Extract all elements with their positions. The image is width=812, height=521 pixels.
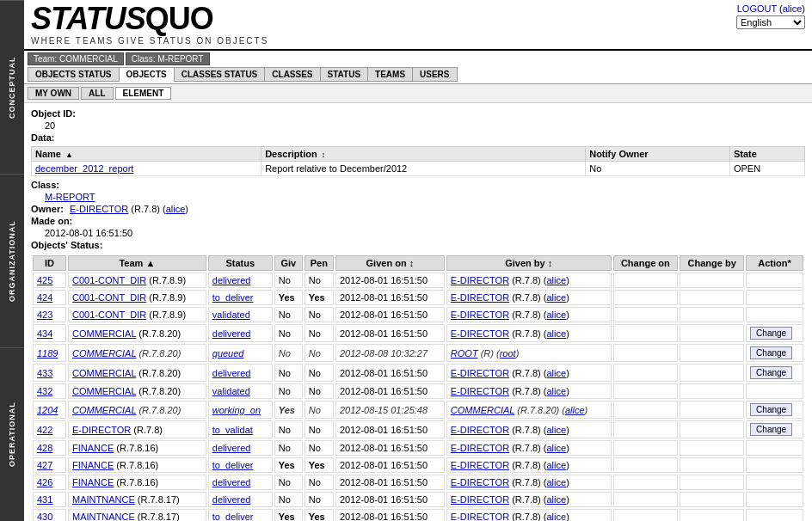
given-by-link[interactable]: E-DIRECTOR [451, 443, 509, 453]
language-selector[interactable]: English [736, 15, 805, 29]
team-link[interactable]: E-DIRECTOR [72, 425, 131, 435]
team-link[interactable]: COMMERCIAL [72, 405, 136, 415]
given-by-user-link[interactable]: alice [547, 310, 567, 320]
tab-classes[interactable]: CLASSES [264, 67, 319, 82]
tab-users[interactable]: USERS [412, 67, 457, 82]
change-button[interactable]: Change [750, 346, 792, 359]
id-link[interactable]: 422 [37, 425, 52, 435]
status-link[interactable]: to_deliver [212, 460, 254, 470]
team-link[interactable]: COMMERCIAL [72, 328, 136, 339]
team-link[interactable]: C001-CONT_DIR [72, 275, 146, 285]
owner-team-link[interactable]: E-DIRECTOR [70, 204, 128, 214]
team-link[interactable]: C001-CONT_DIR [72, 310, 146, 320]
status-link[interactable]: validated [212, 386, 250, 396]
id-link[interactable]: 431 [37, 494, 52, 505]
id-link[interactable]: 426 [37, 477, 52, 487]
team-link[interactable]: COMMERCIAL [72, 386, 136, 396]
id-link[interactable]: 432 [37, 386, 52, 396]
team-link[interactable]: MAINTNANCE [72, 494, 135, 505]
tab-objects[interactable]: OBJECTS [119, 67, 174, 82]
cell-given-by: COMMERCIAL (R.7.8.20) (alice) [446, 401, 612, 419]
owner-user-link[interactable]: alice [166, 204, 186, 214]
team-link[interactable]: FINANCE [72, 477, 114, 487]
team-link[interactable]: FINANCE [72, 460, 114, 470]
given-by-link[interactable]: E-DIRECTOR [451, 386, 509, 396]
given-by-user-link[interactable]: root [500, 348, 516, 359]
id-link[interactable]: 430 [37, 512, 52, 521]
given-by-link[interactable]: E-DIRECTOR [451, 292, 509, 303]
made-on-value-row: 2012-08-01 16:51:50 [45, 228, 805, 238]
given-by-user-link[interactable]: alice [547, 512, 567, 521]
given-by-link[interactable]: E-DIRECTOR [451, 512, 509, 521]
status-link[interactable]: to_deliver [212, 292, 254, 303]
given-by-link[interactable]: E-DIRECTOR [451, 460, 509, 470]
given-by-link[interactable]: E-DIRECTOR [451, 494, 509, 505]
cell-given-on: 2012-08-01 16:51:50 [335, 475, 445, 490]
tab-teams[interactable]: TEAMS [367, 67, 412, 82]
given-by-link[interactable]: ROOT [451, 348, 478, 359]
tab-objects-status[interactable]: OBJECTS STATUS [28, 67, 119, 82]
id-link[interactable]: 427 [37, 460, 52, 470]
team-link[interactable]: C001-CONT_DIR [72, 292, 146, 303]
id-link[interactable]: 425 [37, 275, 52, 285]
given-by-user-link[interactable]: alice [547, 494, 567, 505]
id-link[interactable]: 423 [37, 310, 52, 320]
status-link[interactable]: delivered [212, 477, 251, 487]
given-by-link[interactable]: E-DIRECTOR [451, 328, 509, 339]
tab-status[interactable]: STATUS [320, 67, 368, 82]
given-by-user-link[interactable]: alice [547, 292, 567, 303]
given-by-user-link[interactable]: alice [547, 443, 567, 453]
change-button[interactable]: Change [750, 366, 792, 379]
given-by-link[interactable]: E-DIRECTOR [451, 310, 509, 320]
given-by-link[interactable]: E-DIRECTOR [451, 275, 509, 285]
given-by-user-link[interactable]: alice [547, 386, 567, 396]
id-link[interactable]: 434 [37, 328, 52, 339]
status-link[interactable]: queued [212, 348, 244, 359]
class-value-link[interactable]: M-REPORT [45, 192, 95, 202]
team-link[interactable]: MAINTNANCE [72, 512, 135, 521]
status-link[interactable]: delivered [212, 328, 251, 339]
sub-tab-my-own[interactable]: MY OWN [28, 87, 79, 100]
given-by-user-link[interactable]: alice [547, 328, 567, 339]
status-link[interactable]: delivered [212, 275, 251, 285]
given-by-link[interactable]: E-DIRECTOR [451, 425, 509, 435]
status-link[interactable]: delivered [212, 494, 251, 505]
sub-tab-all[interactable]: ALL [81, 87, 113, 100]
object-name-link[interactable]: december_2012_report [35, 163, 133, 174]
sub-tab-element[interactable]: ELEMENT [115, 87, 172, 100]
logout-link[interactable]: LOGOUT [737, 3, 777, 14]
team-link[interactable]: FINANCE [72, 443, 114, 453]
tab-classes-status[interactable]: CLASSES STATUS [174, 67, 265, 82]
id-link[interactable]: 433 [37, 368, 52, 378]
language-dropdown[interactable]: English [736, 15, 805, 29]
status-link[interactable]: delivered [212, 443, 251, 453]
given-by-link[interactable]: E-DIRECTOR [451, 368, 509, 378]
logo-subtitle: WHERE TEAMS GIVE STATUS ON OBJECTS [31, 36, 268, 46]
id-link[interactable]: 428 [37, 443, 52, 453]
given-by-user-link[interactable]: alice [547, 275, 567, 285]
status-row: 432COMMERCIAL (R.7.8.20)validatedNoNo201… [33, 383, 803, 399]
status-link[interactable]: to_deliver [212, 512, 254, 521]
status-link[interactable]: delivered [212, 368, 251, 378]
given-by-user-link[interactable]: alice [547, 425, 567, 435]
user-link[interactable]: alice [783, 3, 803, 14]
given-by-user-link[interactable]: alice [547, 477, 567, 487]
change-button[interactable]: Change [750, 423, 792, 436]
change-button[interactable]: Change [750, 327, 792, 340]
change-button[interactable]: Change [750, 403, 792, 416]
id-link[interactable]: 1189 [37, 348, 58, 359]
status-link[interactable]: validated [212, 310, 250, 320]
status-link[interactable]: working_on [212, 405, 261, 415]
given-by-user-link[interactable]: alice [547, 460, 567, 470]
team-link[interactable]: COMMERCIAL [72, 368, 136, 378]
objects-status-label-row: Objects' Status: [31, 240, 805, 250]
given-by-link[interactable]: COMMERCIAL [451, 405, 514, 415]
given-by-link[interactable]: E-DIRECTOR [451, 477, 509, 487]
team-link[interactable]: COMMERCIAL [72, 348, 136, 359]
id-link[interactable]: 424 [37, 292, 52, 303]
cell-pen: No [304, 401, 334, 419]
given-by-user-link[interactable]: alice [547, 368, 567, 378]
given-by-user-link[interactable]: alice [565, 405, 585, 415]
status-link[interactable]: to_validat [212, 425, 253, 435]
id-link[interactable]: 1204 [37, 405, 58, 415]
